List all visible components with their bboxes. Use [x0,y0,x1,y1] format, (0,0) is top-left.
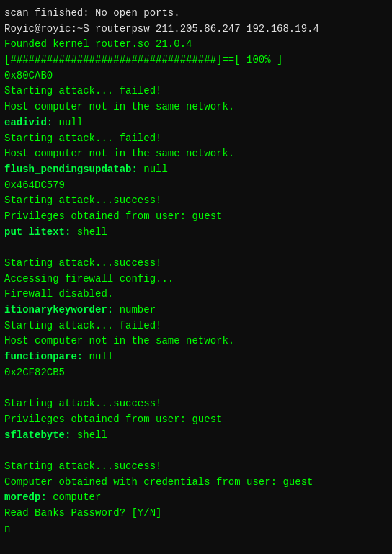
keyword-part: moredp: [4,491,47,503]
terminal-line: functionpare: null [4,349,388,365]
value-part: shell [71,226,107,238]
keyword-part: itionarykeyworder: [4,304,113,316]
terminal-line: Read Banks Password? [Y/N] [4,506,388,522]
terminal-line: Starting attack...success! [4,396,388,412]
value-part: computer [47,491,102,503]
value-part: null [53,117,83,128]
terminal-window: scan finished: No open ports.Royic@royic… [0,0,392,554]
terminal-line: flush_pendingsupdatab: null [4,162,388,178]
terminal-line [4,443,388,459]
value-part: null [83,351,113,362]
keyword-part: flush_pendingsupdatab: [4,164,138,175]
keyword-part: sflatebyte: [4,429,71,441]
terminal-line: Privileges obtained from user: guest [4,209,388,225]
terminal-line: Starting attack...success! [4,459,388,475]
terminal-line: put_litext: shell [4,225,388,241]
value-part: shell [71,429,107,441]
terminal-line: Privileges obtained from user: guest [4,412,388,428]
terminal-line: Firewall disabled. [4,287,388,303]
terminal-line: 0x80CAB0 [4,68,388,84]
terminal-line: Accessing firewall config... [4,272,388,287]
terminal-line: [##################################]==[ … [4,53,388,68]
terminal-line: Starting attack... failed! [4,318,388,334]
terminal-line: Founded kernel_router.so 21.0.4 [4,37,388,53]
keyword-part: put_litext: [4,226,71,238]
terminal-line: Computer obtained with credentials from … [4,475,388,491]
terminal-line: Host computer not in the same network. [4,99,388,115]
terminal-line: itionarykeyworder: number [4,303,388,318]
keyword-part: eadivid: [4,117,53,128]
terminal-line: Starting attack... failed! [4,131,388,147]
terminal-line: 0x464DC579 [4,178,388,194]
terminal-line: sflatebyte: shell [4,428,388,444]
terminal-line: 0x2CF82CB5 [4,365,388,381]
terminal-line: n [4,522,388,537]
terminal-line: Host computer not in the same network. [4,334,388,349]
terminal-line: Starting attack...success! [4,256,388,272]
terminal-line [4,381,388,397]
terminal-line: scan finished: No open ports. [4,6,388,22]
terminal-line: Host computer not in the same network. [4,146,388,162]
terminal-line: Starting attack... failed! [4,84,388,99]
terminal-line: Starting attack...success! [4,193,388,209]
terminal-line: moredp: computer [4,490,388,506]
value-part: number [113,304,156,316]
keyword-part: functionpare: [4,351,83,362]
terminal-line: Royic@royic:~$ routerpsw 211.205.86.247 … [4,22,388,37]
terminal-line [4,240,388,256]
value-part: null [138,164,168,175]
terminal-line: eadivid: null [4,115,388,131]
